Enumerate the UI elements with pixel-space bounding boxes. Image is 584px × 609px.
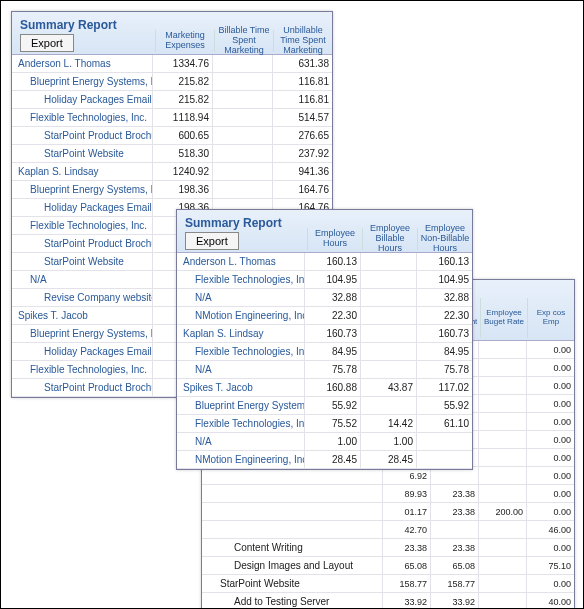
cell: 0.00	[526, 503, 574, 520]
row-label: Anderson L. Thomas	[12, 55, 152, 72]
cell: 75.78	[304, 361, 360, 378]
cell	[478, 377, 526, 394]
cell: 104.95	[416, 271, 472, 288]
table-row: Content Writing23.3823.380.00	[202, 539, 574, 557]
cell: 32.88	[304, 289, 360, 306]
cell: 276.65	[272, 127, 332, 144]
row-label: NMotion Engineering, Inc.	[177, 307, 304, 324]
cell: 22.30	[416, 307, 472, 324]
cell	[212, 145, 272, 162]
cell: 518.30	[152, 145, 212, 162]
cell: 0.00	[526, 467, 574, 484]
cell	[478, 485, 526, 502]
cell: 0.00	[526, 485, 574, 502]
cell	[360, 397, 416, 414]
cell	[360, 271, 416, 288]
cell: 28.45	[360, 451, 416, 468]
column-header: Employee Hours	[307, 228, 362, 250]
report-header: Summary Report Export Employee HoursEmpl…	[177, 210, 472, 253]
cell: 215.82	[152, 91, 212, 108]
cell	[360, 289, 416, 306]
cell	[478, 449, 526, 466]
cell: 0.00	[526, 341, 574, 358]
cell: 116.81	[272, 73, 332, 90]
cell: 55.92	[416, 397, 472, 414]
cell	[360, 253, 416, 270]
cell: 941.36	[272, 163, 332, 180]
row-label: Flexible Technologies, Inc.	[177, 271, 304, 288]
column-header: Employee Buget Rate	[480, 298, 527, 338]
table-row: Flexible Technologies, Inc.104.95104.95	[177, 271, 472, 289]
cell: 55.92	[304, 397, 360, 414]
row-label: Blueprint Energy Systems, Inc.	[177, 397, 304, 414]
cell: 1118.94	[152, 109, 212, 126]
cell: 631.38	[272, 55, 332, 72]
cell: 0.00	[526, 449, 574, 466]
row-label: Content Writing	[202, 539, 382, 556]
cell: 75.78	[416, 361, 472, 378]
cell: 23.38	[382, 539, 430, 556]
export-button[interactable]: Export	[20, 34, 74, 52]
row-label: Spikes T. Jacob	[177, 379, 304, 396]
cell: 84.95	[304, 343, 360, 360]
cell: 61.10	[416, 415, 472, 432]
cell	[478, 467, 526, 484]
row-label: Holiday Packages Email Campaign	[12, 199, 152, 216]
export-button[interactable]: Export	[185, 232, 239, 250]
cell: 0.00	[526, 395, 574, 412]
cell: 160.13	[304, 253, 360, 270]
cell: 158.77	[382, 575, 430, 592]
table-row: N/A1.001.00	[177, 433, 472, 451]
cell: 160.73	[416, 325, 472, 342]
row-label: N/A	[177, 361, 304, 378]
cell: 32.88	[416, 289, 472, 306]
cell	[212, 163, 272, 180]
row-label: Flexible Technologies, Inc.	[12, 109, 152, 126]
cell: 0.00	[526, 539, 574, 556]
cell	[212, 55, 272, 72]
cell	[360, 361, 416, 378]
table-row: Anderson L. Thomas1334.76631.38	[12, 55, 332, 73]
cell: 28.45	[304, 451, 360, 468]
table-row: 01.1723.38200.000.00	[202, 503, 574, 521]
column-headers: Marketing ExpensesBillable Time Spent Ma…	[155, 30, 332, 52]
cell: 1.00	[360, 433, 416, 450]
column-header: Billable Time Spent Marketing	[214, 30, 273, 52]
cell: 116.81	[272, 91, 332, 108]
cell	[478, 395, 526, 412]
cell: 1.00	[304, 433, 360, 450]
row-label	[202, 503, 382, 520]
cell	[212, 91, 272, 108]
cell	[478, 359, 526, 376]
table-row: 89.9323.380.00	[202, 485, 574, 503]
row-label: Flexible Technologies, Inc.	[177, 343, 304, 360]
cell	[478, 557, 526, 574]
cell	[360, 343, 416, 360]
cell: 0.00	[526, 575, 574, 592]
cell: 23.38	[430, 539, 478, 556]
cell: 75.52	[304, 415, 360, 432]
table-row: NMotion Engineering, Inc.22.3022.30	[177, 307, 472, 325]
row-label: StarPoint Website	[202, 575, 382, 592]
cell: 65.08	[382, 557, 430, 574]
row-label: StarPoint Website	[12, 253, 152, 270]
cell: 23.38	[430, 503, 478, 520]
table-row: StarPoint Website518.30237.92	[12, 145, 332, 163]
table-row: Kaplan S. Lindsay1240.92941.36	[12, 163, 332, 181]
cell: 0.00	[526, 413, 574, 430]
cell: 43.87	[360, 379, 416, 396]
cell: 46.00	[526, 521, 574, 538]
table-row: Holiday Packages Email Campaign215.82116…	[12, 91, 332, 109]
table-row: StarPoint Website158.77158.770.00	[202, 575, 574, 593]
row-label: Kaplan S. Lindsay	[177, 325, 304, 342]
cell: 117.02	[416, 379, 472, 396]
row-label: Holiday Packages Email Campaign	[12, 91, 152, 108]
cell	[478, 431, 526, 448]
cell: 160.73	[304, 325, 360, 342]
cell: 89.93	[382, 485, 430, 502]
cell: 84.95	[416, 343, 472, 360]
cell	[478, 521, 526, 538]
cell: 33.92	[382, 593, 430, 609]
cell: 160.13	[416, 253, 472, 270]
table-row: Blueprint Energy Systems, Inc.215.82116.…	[12, 73, 332, 91]
